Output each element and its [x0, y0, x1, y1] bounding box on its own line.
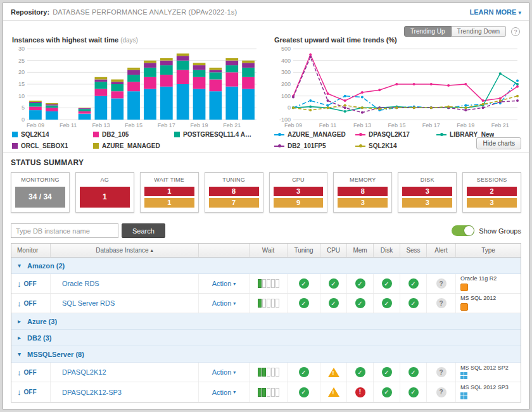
monitor-toggle[interactable]: ↓OFF: [11, 363, 51, 382]
line-chart-title-text: Greatest upward wait time trends (%): [274, 36, 397, 44]
collapse-icon[interactable]: ▾: [18, 351, 23, 358]
status-unknown-icon: ?: [436, 278, 446, 289]
legend-line-icon: [436, 134, 446, 135]
table-header: MonitorDatabase Instance▴WaitTuningCPUMe…: [11, 244, 521, 258]
expand-icon[interactable]: ▸: [18, 334, 23, 341]
learn-more-link[interactable]: LEARN MORE ▾: [469, 8, 521, 16]
action-dropdown[interactable]: Action▾: [199, 363, 250, 382]
status-ok-icon: ✓: [408, 278, 419, 289]
status-count-red: 3: [402, 187, 452, 196]
alert-cell: ?: [427, 274, 456, 293]
show-groups-toggle[interactable]: [452, 225, 474, 236]
svg-text:Feb 15: Feb 15: [388, 122, 405, 128]
line-chart-title: Greatest upward wait time trends (%): [274, 36, 520, 44]
disk-cell: ✓: [374, 382, 400, 402]
disk-cell: ✓: [374, 274, 400, 293]
monitor-toggle[interactable]: ↓OFF: [11, 274, 51, 293]
trending-up-button[interactable]: Trending Up: [404, 26, 452, 37]
trend-chart-column: Greatest upward wait time trends (%) -10…: [274, 23, 520, 149]
legend-item[interactable]: AZURE_MANAGED: [274, 131, 355, 138]
group-row-db2[interactable]: ▸DB2 (3): [11, 330, 521, 346]
instance-link[interactable]: Oracle RDS: [51, 274, 199, 293]
repository-label: Repository:: [11, 8, 49, 16]
type-label: MS SQL 2012 SP3: [460, 385, 509, 391]
cpu-cell: !: [320, 363, 347, 382]
legend-line-icon: [274, 134, 284, 135]
monitor-toggle[interactable]: ↓OFF: [11, 294, 51, 313]
legend-item[interactable]: POSTGRESQL11.4 AM...: [174, 131, 255, 138]
svg-text:Feb 09: Feb 09: [27, 122, 44, 128]
status-card[interactable]: TUNING87: [205, 172, 263, 213]
tuning-cell: ✓: [288, 294, 320, 313]
instance-link[interactable]: SQL Server RDS: [51, 294, 199, 313]
search-button[interactable]: Search: [122, 223, 165, 238]
table-row[interactable]: ↓OFFDPASQL2K12-SP3Action▾✓!!✓✓?MS SQL 20…: [11, 382, 521, 402]
action-dropdown[interactable]: Action▾: [199, 294, 250, 313]
table-row[interactable]: ↓OFFSQL Server RDSAction▾✓✓✓✓✓?MS SQL 20…: [11, 294, 521, 313]
search-input[interactable]: [11, 223, 118, 238]
instance-table-body: ▾Amazon (2)↓OFFOracle RDSAction▾✓✓✓✓✓?Or…: [11, 258, 521, 402]
status-card[interactable]: AG1: [75, 172, 134, 213]
cpu-cell: ✓: [320, 294, 347, 313]
alert-cell: ?: [427, 382, 456, 402]
legend-item[interactable]: DB2_105: [93, 131, 174, 138]
legend-label: DB2_105: [102, 131, 129, 138]
table-row[interactable]: ↓OFFOracle RDSAction▾✓✓✓✓✓?Oracle 11g R2: [11, 274, 521, 294]
legend-label: DPASQL2K17: [369, 131, 410, 138]
sess-cell: ✓: [400, 382, 427, 402]
legend-line-icon: [355, 134, 365, 135]
status-card[interactable]: SESSIONS23: [462, 172, 521, 213]
column-header-database-instance[interactable]: Database Instance▴: [51, 244, 199, 257]
svg-text:15: 15: [18, 81, 25, 87]
status-card[interactable]: MONITORING34 / 34: [11, 172, 70, 213]
tuning-cell: ✓: [288, 274, 320, 293]
expand-icon[interactable]: ▸: [18, 318, 23, 325]
status-ok-icon: ✓: [329, 278, 339, 289]
svg-text:5: 5: [22, 104, 25, 111]
monitor-toggle[interactable]: ↓OFF: [11, 382, 51, 402]
instance-link[interactable]: DPASQL2K12: [51, 363, 199, 382]
svg-text:30: 30: [18, 46, 25, 52]
status-card[interactable]: CPU39: [269, 172, 328, 213]
instance-link[interactable]: DPASQL2K12-SP3: [51, 382, 199, 402]
group-name: MSSQLServer (8): [27, 351, 84, 358]
svg-text:Feb 13: Feb 13: [353, 122, 371, 128]
legend-item[interactable]: ORCL_SEBOX1: [12, 142, 93, 149]
status-card[interactable]: WAIT TIME11: [140, 172, 199, 213]
group-row-amazon[interactable]: ▾Amazon (2): [11, 258, 521, 274]
bar-chart-title-text: Instances with highest wait time: [12, 36, 118, 44]
collapse-icon[interactable]: ▾: [18, 262, 23, 269]
group-row-mssqlserver[interactable]: ▾MSSQLServer (8): [11, 346, 521, 363]
help-icon[interactable]: ?: [511, 27, 520, 36]
legend-label: ORCL_SEBOX1: [21, 142, 68, 149]
legend-item[interactable]: SQL2K14: [12, 131, 93, 138]
status-count-gray: 34 / 34: [15, 187, 65, 208]
legend-item[interactable]: DB2_101FP5: [274, 142, 355, 149]
header-bar: Repository: DATABASE PERFORMANCE ANALYZE…: [3, 3, 529, 21]
hide-charts-button[interactable]: Hide charts: [476, 137, 521, 149]
table-row[interactable]: ↓OFFDPASQL2K12Action▾✓!✓✓✓?MS SQL 2012 S…: [11, 363, 521, 382]
status-count-red: 1: [144, 187, 194, 196]
disk-cell: ✓: [374, 294, 400, 313]
legend-item[interactable]: DPASQL2K17: [355, 131, 436, 138]
legend-item[interactable]: SQL2K14: [355, 142, 436, 149]
instance-table: MonitorDatabase Instance▴WaitTuningCPUMe…: [11, 243, 521, 403]
mem-cell: ✓: [347, 363, 374, 382]
alert-cell: ?: [427, 294, 456, 313]
legend-item[interactable]: AZURE_MANAGED: [93, 142, 174, 149]
trending-down-button[interactable]: Trending Down: [452, 26, 506, 37]
wait-level-indicator: [258, 388, 279, 397]
action-dropdown[interactable]: Action▾: [199, 274, 250, 293]
status-count-red: 2: [467, 187, 517, 196]
status-card[interactable]: DISK33: [398, 172, 457, 213]
svg-text:0: 0: [22, 116, 25, 123]
action-dropdown[interactable]: Action▾: [199, 382, 250, 402]
status-count-yellow: 3: [338, 198, 388, 208]
wait-cell: [250, 363, 288, 382]
legend-label: POSTGRESQL11.4 AM...: [183, 131, 255, 138]
status-card[interactable]: MEMORY83: [333, 172, 392, 213]
status-count-yellow: 3: [402, 198, 452, 208]
bar-chart-title-unit: (days): [120, 37, 138, 44]
disk-cell: ✓: [374, 363, 400, 382]
group-row-azure[interactable]: ▸Azure (3): [11, 313, 521, 330]
